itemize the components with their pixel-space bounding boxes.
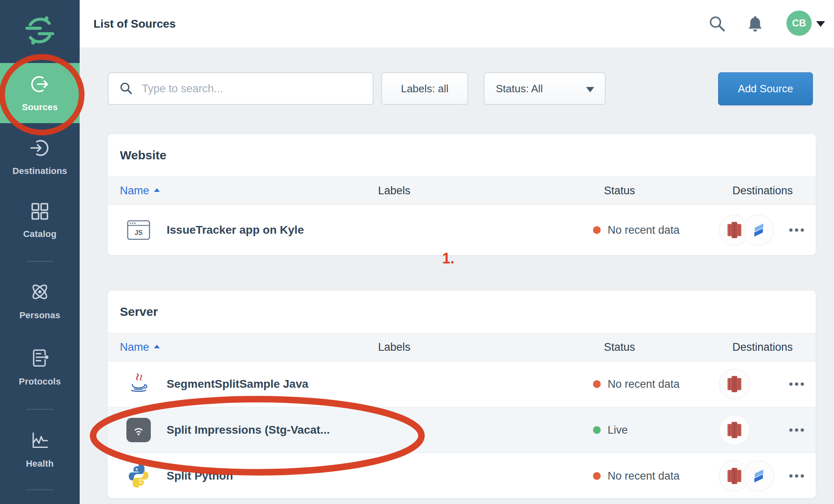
- row-menu-ellipsis-icon[interactable]: [780, 376, 813, 392]
- account-menu-caret-icon[interactable]: [816, 21, 825, 27]
- top-header: List of Sources CB: [80, 0, 834, 48]
- status-dot-icon: [593, 226, 601, 234]
- sidebar-item-label: Health: [26, 458, 54, 469]
- sort-ascending-icon: [154, 188, 160, 192]
- source-status: No recent data: [593, 224, 680, 236]
- table-header: Name Labels Status Destinations: [108, 333, 816, 361]
- table-row-java[interactable]: SegmentSplitSample Java No recent data: [108, 361, 816, 407]
- server-sources-card: Server Name Labels Status Destinations: [108, 291, 816, 498]
- sidebar-item-label: Catalog: [23, 229, 56, 239]
- redshift-destination-icon[interactable]: [719, 369, 750, 400]
- sidebar-item-protocols[interactable]: Protocols: [0, 345, 80, 390]
- sidebar-divider: [26, 489, 54, 490]
- source-name[interactable]: IssueTracker app on Kyle: [167, 224, 304, 237]
- segment-logo-icon[interactable]: [0, 15, 80, 46]
- row-menu-ellipsis-icon[interactable]: [780, 468, 813, 484]
- sources-list-page: { "header": { "title": "List of Sources"…: [0, 0, 834, 504]
- website-sources-card: Website Name Labels Status Destinations …: [108, 134, 816, 255]
- catalog-grid-icon: [30, 201, 50, 223]
- status-dot-icon: [593, 426, 601, 434]
- table-row-python[interactable]: Split Python No recent data: [108, 453, 816, 498]
- column-header-labels: Labels: [356, 333, 433, 361]
- sidebar-item-label: Protocols: [19, 376, 61, 387]
- global-search-icon[interactable]: [708, 0, 727, 48]
- destinations-cell: [719, 461, 774, 491]
- sort-ascending-icon: [154, 345, 160, 348]
- sidebar-item-label: Personas: [20, 310, 61, 321]
- chevron-down-icon: [586, 87, 594, 92]
- status-dot-icon: [593, 472, 601, 480]
- blue-s-destination-icon[interactable]: [743, 215, 774, 245]
- sidebar-item-sources[interactable]: Sources: [0, 63, 80, 123]
- column-header-status: Status: [604, 333, 635, 361]
- card-title: Server: [108, 291, 816, 333]
- column-header-status: Status: [604, 177, 635, 204]
- column-header-destinations: Destinations: [732, 177, 793, 204]
- sidebar-divider: [26, 409, 54, 410]
- sidebar-item-label: Sources: [22, 102, 58, 113]
- status-dot-icon: [593, 380, 601, 388]
- sidebar-item-destinations[interactable]: Destinations: [0, 135, 80, 179]
- column-header-labels: Labels: [356, 177, 433, 204]
- source-name[interactable]: SegmentSplitSample Java: [167, 378, 308, 391]
- notifications-bell-icon[interactable]: [746, 0, 764, 48]
- source-status: No recent data: [593, 470, 680, 482]
- table-row-split-impressions[interactable]: Split Impressions (Stg-Vacat... Live: [108, 407, 816, 453]
- blue-s-destination-icon[interactable]: [743, 461, 774, 491]
- labels-filter-button[interactable]: Labels: all: [381, 72, 468, 105]
- destinations-icon: [29, 137, 50, 160]
- java-source-icon: [126, 371, 151, 397]
- card-title: Website: [108, 134, 816, 176]
- labels-filter-label: Labels: all: [401, 83, 448, 95]
- source-status: Live: [593, 424, 628, 437]
- destinations-cell: [719, 369, 750, 400]
- redshift-destination-icon[interactable]: [719, 415, 750, 445]
- source-search-box: [108, 72, 374, 105]
- search-icon: [119, 81, 134, 96]
- destinations-cell: [719, 215, 774, 245]
- row-menu-ellipsis-icon[interactable]: [780, 422, 813, 438]
- health-chart-icon: [29, 430, 50, 453]
- sidebar-item-health[interactable]: Health: [0, 427, 80, 472]
- sidebar-item-label: Destinations: [13, 166, 67, 176]
- search-input[interactable]: [141, 82, 367, 96]
- main-content: Labels: all Status: All Add Source Websi…: [80, 48, 834, 504]
- add-source-label: Add Source: [738, 83, 793, 95]
- sidebar-item-catalog[interactable]: Catalog: [0, 198, 80, 242]
- personas-atom-icon: [29, 281, 51, 304]
- source-name[interactable]: Split Impressions (Stg-Vacat...: [167, 424, 330, 437]
- sidebar-item-personas[interactable]: Personas: [0, 279, 80, 323]
- column-header-name[interactable]: Name: [120, 333, 160, 361]
- user-avatar[interactable]: CB: [786, 11, 812, 36]
- row-menu-ellipsis-icon[interactable]: [780, 222, 813, 238]
- sidebar: Sources Destinations Catalog: [0, 0, 80, 504]
- javascript-website-icon: JS: [126, 217, 151, 243]
- status-filter-dropdown[interactable]: Status: All: [484, 72, 606, 105]
- source-status: No recent data: [593, 378, 680, 391]
- column-header-name[interactable]: Name: [120, 177, 160, 204]
- sidebar-divider: [26, 261, 54, 262]
- wifi-device-source-icon: [126, 417, 151, 443]
- destinations-cell: [719, 415, 750, 445]
- status-filter-label: Status: All: [496, 83, 543, 95]
- sources-icon: [29, 74, 50, 96]
- protocols-document-icon: [29, 348, 50, 371]
- source-name[interactable]: Split Python: [167, 469, 233, 482]
- svg-text:JS: JS: [135, 229, 143, 237]
- table-header: Name Labels Status Destinations: [108, 176, 816, 205]
- table-row-issuetracker[interactable]: JS IssueTracker app on Kyle No recent da…: [108, 205, 816, 255]
- column-header-destinations: Destinations: [732, 333, 793, 361]
- add-source-button[interactable]: Add Source: [718, 72, 813, 105]
- page-title: List of Sources: [93, 0, 176, 48]
- python-source-icon: [126, 463, 151, 489]
